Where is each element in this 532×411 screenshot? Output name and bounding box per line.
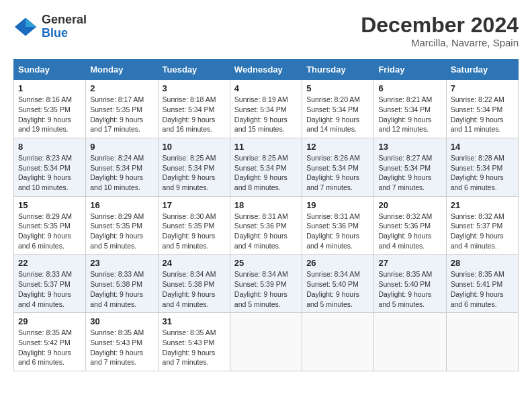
calendar-cell-4: 4Sunrise: 8:19 AM Sunset: 5:34 PM Daylig… bbox=[230, 80, 302, 138]
day-number-9: 9 bbox=[90, 142, 153, 152]
day-number-14: 14 bbox=[451, 142, 514, 152]
day-number-16: 16 bbox=[90, 200, 153, 210]
day-number-28: 28 bbox=[451, 258, 514, 268]
logo-blue: Blue bbox=[42, 26, 68, 40]
day-number-26: 26 bbox=[306, 258, 369, 268]
logo-text: General Blue bbox=[42, 13, 87, 40]
day-number-12: 12 bbox=[306, 142, 369, 152]
day-number-10: 10 bbox=[163, 142, 226, 152]
calendar-cell-14: 14Sunrise: 8:28 AM Sunset: 5:34 PM Dayli… bbox=[446, 138, 518, 196]
calendar-cell-12: 12Sunrise: 8:26 AM Sunset: 5:34 PM Dayli… bbox=[302, 138, 374, 196]
day-number-13: 13 bbox=[378, 142, 441, 152]
calendar-cell-23: 23Sunrise: 8:33 AM Sunset: 5:38 PM Dayli… bbox=[86, 255, 158, 313]
calendar-cell-17: 17Sunrise: 8:30 AM Sunset: 5:35 PM Dayli… bbox=[158, 196, 230, 255]
calendar-cell-8: 8Sunrise: 8:23 AM Sunset: 5:34 PM Daylig… bbox=[14, 138, 86, 196]
day-number-5: 5 bbox=[306, 83, 369, 93]
day-number-1: 1 bbox=[18, 83, 81, 93]
day-info-5: Sunrise: 8:20 AM Sunset: 5:34 PM Dayligh… bbox=[306, 95, 369, 134]
calendar-cell-11: 11Sunrise: 8:25 AM Sunset: 5:34 PM Dayli… bbox=[230, 138, 302, 196]
calendar-cell-20: 20Sunrise: 8:32 AM Sunset: 5:36 PM Dayli… bbox=[374, 196, 446, 255]
day-info-1: Sunrise: 8:16 AM Sunset: 5:35 PM Dayligh… bbox=[18, 95, 81, 134]
day-info-8: Sunrise: 8:23 AM Sunset: 5:34 PM Dayligh… bbox=[18, 153, 81, 193]
calendar-cell-empty bbox=[230, 313, 302, 371]
day-info-9: Sunrise: 8:24 AM Sunset: 5:34 PM Dayligh… bbox=[90, 153, 153, 193]
day-info-22: Sunrise: 8:33 AM Sunset: 5:37 PM Dayligh… bbox=[18, 269, 81, 309]
calendar-cell-29: 29Sunrise: 8:35 AM Sunset: 5:42 PM Dayli… bbox=[14, 313, 86, 371]
calendar-header-tuesday: Tuesday bbox=[158, 60, 230, 80]
day-number-27: 27 bbox=[378, 258, 441, 268]
calendar-cell-empty bbox=[302, 313, 374, 371]
calendar-header-row: SundayMondayTuesdayWednesdayThursdayFrid… bbox=[14, 60, 519, 80]
day-number-15: 15 bbox=[18, 200, 81, 210]
calendar-cell-25: 25Sunrise: 8:34 AM Sunset: 5:39 PM Dayli… bbox=[230, 255, 302, 313]
day-number-2: 2 bbox=[90, 83, 153, 93]
calendar-cell-26: 26Sunrise: 8:34 AM Sunset: 5:40 PM Dayli… bbox=[302, 255, 374, 313]
calendar-header-sunday: Sunday bbox=[14, 60, 86, 80]
day-info-13: Sunrise: 8:27 AM Sunset: 5:34 PM Dayligh… bbox=[378, 153, 441, 193]
day-number-18: 18 bbox=[234, 200, 298, 210]
day-info-18: Sunrise: 8:31 AM Sunset: 5:36 PM Dayligh… bbox=[234, 212, 298, 251]
calendar-cell-15: 15Sunrise: 8:29 AM Sunset: 5:35 PM Dayli… bbox=[14, 196, 86, 255]
day-info-14: Sunrise: 8:28 AM Sunset: 5:34 PM Dayligh… bbox=[451, 153, 514, 193]
calendar-cell-empty bbox=[446, 313, 518, 371]
svg-marker-1 bbox=[26, 17, 36, 27]
day-number-21: 21 bbox=[451, 200, 514, 210]
day-info-20: Sunrise: 8:32 AM Sunset: 5:36 PM Dayligh… bbox=[378, 212, 441, 251]
day-number-29: 29 bbox=[18, 316, 81, 326]
calendar-cell-empty bbox=[374, 313, 446, 371]
day-number-8: 8 bbox=[18, 142, 81, 152]
calendar-header-wednesday: Wednesday bbox=[230, 60, 302, 80]
page-header: General Blue December 2024 Marcilla, Nav… bbox=[13, 13, 519, 48]
day-info-17: Sunrise: 8:30 AM Sunset: 5:35 PM Dayligh… bbox=[163, 212, 226, 251]
day-info-3: Sunrise: 8:18 AM Sunset: 5:34 PM Dayligh… bbox=[163, 95, 226, 134]
day-info-24: Sunrise: 8:34 AM Sunset: 5:38 PM Dayligh… bbox=[163, 269, 226, 309]
day-info-7: Sunrise: 8:22 AM Sunset: 5:34 PM Dayligh… bbox=[451, 95, 514, 134]
month-title: December 2024 bbox=[361, 13, 519, 37]
day-info-23: Sunrise: 8:33 AM Sunset: 5:38 PM Dayligh… bbox=[90, 269, 153, 309]
calendar-cell-27: 27Sunrise: 8:35 AM Sunset: 5:40 PM Dayli… bbox=[374, 255, 446, 313]
calendar-cell-10: 10Sunrise: 8:25 AM Sunset: 5:34 PM Dayli… bbox=[158, 138, 230, 196]
day-info-2: Sunrise: 8:17 AM Sunset: 5:35 PM Dayligh… bbox=[90, 95, 153, 134]
calendar-cell-9: 9Sunrise: 8:24 AM Sunset: 5:34 PM Daylig… bbox=[86, 138, 158, 196]
calendar-cell-19: 19Sunrise: 8:31 AM Sunset: 5:36 PM Dayli… bbox=[302, 196, 374, 255]
logo-general: General bbox=[42, 13, 87, 26]
calendar-cell-5: 5Sunrise: 8:20 AM Sunset: 5:34 PM Daylig… bbox=[302, 80, 374, 138]
calendar-cell-7: 7Sunrise: 8:22 AM Sunset: 5:34 PM Daylig… bbox=[446, 80, 518, 138]
title-block: December 2024 Marcilla, Navarre, Spain bbox=[361, 13, 519, 48]
day-info-15: Sunrise: 8:29 AM Sunset: 5:35 PM Dayligh… bbox=[18, 212, 81, 251]
calendar-header-friday: Friday bbox=[374, 60, 446, 80]
day-number-11: 11 bbox=[234, 142, 298, 152]
day-number-22: 22 bbox=[18, 258, 81, 268]
day-info-16: Sunrise: 8:29 AM Sunset: 5:35 PM Dayligh… bbox=[90, 212, 153, 251]
day-number-19: 19 bbox=[306, 200, 369, 210]
day-number-7: 7 bbox=[451, 83, 514, 93]
calendar-cell-18: 18Sunrise: 8:31 AM Sunset: 5:36 PM Dayli… bbox=[230, 196, 302, 255]
calendar-cell-24: 24Sunrise: 8:34 AM Sunset: 5:38 PM Dayli… bbox=[158, 255, 230, 313]
day-number-4: 4 bbox=[234, 83, 298, 93]
calendar-cell-21: 21Sunrise: 8:32 AM Sunset: 5:37 PM Dayli… bbox=[446, 196, 518, 255]
calendar-cell-6: 6Sunrise: 8:21 AM Sunset: 5:34 PM Daylig… bbox=[374, 80, 446, 138]
day-number-30: 30 bbox=[90, 316, 153, 326]
day-number-20: 20 bbox=[378, 200, 441, 210]
day-number-17: 17 bbox=[163, 200, 226, 210]
calendar-cell-2: 2Sunrise: 8:17 AM Sunset: 5:35 PM Daylig… bbox=[86, 80, 158, 138]
day-info-21: Sunrise: 8:32 AM Sunset: 5:37 PM Dayligh… bbox=[451, 212, 514, 251]
day-info-10: Sunrise: 8:25 AM Sunset: 5:34 PM Dayligh… bbox=[163, 153, 226, 193]
day-info-28: Sunrise: 8:35 AM Sunset: 5:41 PM Dayligh… bbox=[451, 269, 514, 309]
day-number-3: 3 bbox=[163, 83, 226, 93]
day-info-19: Sunrise: 8:31 AM Sunset: 5:36 PM Dayligh… bbox=[306, 212, 369, 251]
day-info-11: Sunrise: 8:25 AM Sunset: 5:34 PM Dayligh… bbox=[234, 153, 298, 193]
calendar-table: SundayMondayTuesdayWednesdayThursdayFrid… bbox=[13, 59, 519, 371]
calendar-cell-28: 28Sunrise: 8:35 AM Sunset: 5:41 PM Dayli… bbox=[446, 255, 518, 313]
calendar-header-saturday: Saturday bbox=[446, 60, 518, 80]
day-info-4: Sunrise: 8:19 AM Sunset: 5:34 PM Dayligh… bbox=[234, 95, 298, 134]
day-info-26: Sunrise: 8:34 AM Sunset: 5:40 PM Dayligh… bbox=[306, 269, 369, 309]
calendar-cell-13: 13Sunrise: 8:27 AM Sunset: 5:34 PM Dayli… bbox=[374, 138, 446, 196]
calendar-header-monday: Monday bbox=[86, 60, 158, 80]
day-number-25: 25 bbox=[234, 258, 298, 268]
calendar-cell-22: 22Sunrise: 8:33 AM Sunset: 5:37 PM Dayli… bbox=[14, 255, 86, 313]
logo: General Blue bbox=[13, 13, 87, 40]
calendar-cell-1: 1Sunrise: 8:16 AM Sunset: 5:35 PM Daylig… bbox=[14, 80, 86, 138]
calendar-header-thursday: Thursday bbox=[302, 60, 374, 80]
day-info-27: Sunrise: 8:35 AM Sunset: 5:40 PM Dayligh… bbox=[378, 269, 441, 309]
